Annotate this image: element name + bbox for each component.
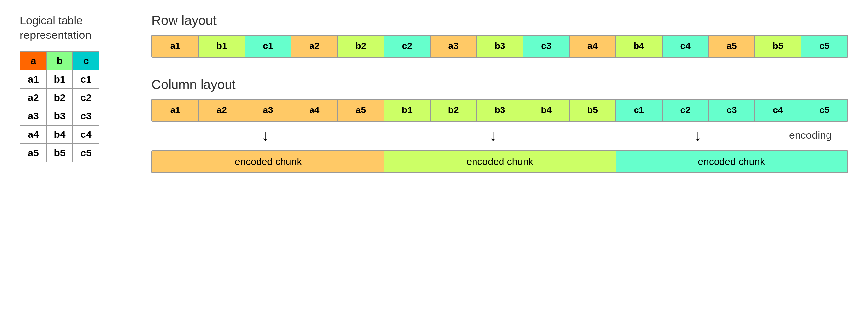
strip-cell: a3 — [245, 100, 292, 121]
strip-cell: c5 — [802, 36, 847, 57]
strip-cell: a2 — [199, 100, 245, 121]
strip-cell: c4 — [662, 36, 709, 57]
cell: c2 — [73, 89, 99, 107]
down-arrow-icon: ↓ — [489, 126, 497, 144]
strip-cell: c2 — [384, 36, 431, 57]
cell: c4 — [73, 125, 99, 144]
cell: c1 — [73, 70, 99, 89]
encoded-chunk-c: encoded chunk — [616, 151, 847, 172]
column-layout-section: Column layout a1 a2 a3 a4 a5 b1 b2 b3 b4… — [152, 77, 848, 173]
strip-cell: c1 — [616, 100, 662, 121]
row-layout-strip: a1 b1 c1 a2 b2 c2 a3 b3 c3 a4 b4 c4 a5 b… — [152, 35, 848, 58]
arrows-row: ↓ ↓ ↓ encoding — [152, 126, 848, 144]
encoded-strip: encoded chunk encoded chunk encoded chun… — [152, 150, 848, 173]
strip-cell: c5 — [802, 100, 847, 121]
down-arrow-icon: ↓ — [694, 126, 702, 144]
down-arrow-icon: ↓ — [261, 126, 269, 144]
cell: a4 — [20, 125, 46, 144]
strip-cell: a3 — [431, 36, 477, 57]
strip-cell: c1 — [245, 36, 292, 57]
strip-cell: a1 — [152, 100, 199, 121]
strip-cell: a5 — [338, 100, 384, 121]
left-panel: Logical tablerepresentation a b c a1 b1 … — [20, 13, 125, 163]
row-layout-title: Row layout — [152, 13, 848, 28]
strip-cell: a1 — [152, 36, 199, 57]
right-panel: Row layout a1 b1 c1 a2 b2 c2 a3 b3 c3 a4… — [152, 13, 848, 173]
cell: c3 — [73, 107, 99, 125]
table-row: a2 b2 c2 — [20, 89, 99, 107]
arrow-c: ↓ — [607, 126, 789, 144]
column-layout-strip: a1 a2 a3 a4 a5 b1 b2 b3 b4 b5 c1 c2 c3 c… — [152, 99, 848, 122]
strip-cell: b1 — [199, 36, 245, 57]
cell: a1 — [20, 70, 46, 89]
cell: b3 — [46, 107, 73, 125]
cell: a5 — [20, 144, 46, 162]
strip-cell: a5 — [709, 36, 755, 57]
encoded-chunk-b: encoded chunk — [384, 151, 615, 172]
strip-cell: c3 — [523, 36, 570, 57]
cell: b2 — [46, 89, 73, 107]
row-layout-section: Row layout a1 b1 c1 a2 b2 c2 a3 b3 c3 a4… — [152, 13, 848, 58]
cell: a2 — [20, 89, 46, 107]
encoding-label: encoding — [789, 129, 848, 141]
strip-cell: b3 — [477, 36, 524, 57]
encoded-strip-row: encoded chunk encoded chunk encoded chun… — [152, 149, 848, 173]
col-header-a: a — [20, 51, 46, 70]
left-panel-title: Logical tablerepresentation — [20, 13, 125, 42]
strip-cell: b5 — [755, 36, 802, 57]
strip-cell: a2 — [291, 36, 338, 57]
strip-cell: b5 — [570, 100, 616, 121]
col-header-c: c — [73, 51, 99, 70]
column-layout-title: Column layout — [152, 77, 848, 92]
table-row: a1 b1 c1 — [20, 70, 99, 89]
strip-cell: b2 — [431, 100, 477, 121]
arrow-b: ↓ — [379, 126, 607, 144]
strip-cell: b4 — [616, 36, 662, 57]
strip-cell: b2 — [338, 36, 384, 57]
arrow-a: ↓ — [152, 126, 379, 144]
cell: c5 — [73, 144, 99, 162]
encoded-chunk-a: encoded chunk — [152, 151, 384, 172]
logical-table: a b c a1 b1 c1 a2 b2 c2 a3 b3 c3 a4 — [20, 51, 99, 163]
table-row: a3 b3 c3 — [20, 107, 99, 125]
strip-cell: b1 — [384, 100, 431, 121]
strip-cell: c3 — [709, 100, 755, 121]
strip-cell: c2 — [662, 100, 709, 121]
table-row: a4 b4 c4 — [20, 125, 99, 144]
strip-cell: a4 — [570, 36, 616, 57]
cell: b4 — [46, 125, 73, 144]
table-row: a5 b5 c5 — [20, 144, 99, 162]
cell: b5 — [46, 144, 73, 162]
strip-cell: c4 — [755, 100, 802, 121]
cell: b1 — [46, 70, 73, 89]
strip-cell: a4 — [291, 100, 338, 121]
col-header-b: b — [46, 51, 73, 70]
cell: a3 — [20, 107, 46, 125]
strip-cell: b4 — [523, 100, 570, 121]
strip-cell: b3 — [477, 100, 524, 121]
